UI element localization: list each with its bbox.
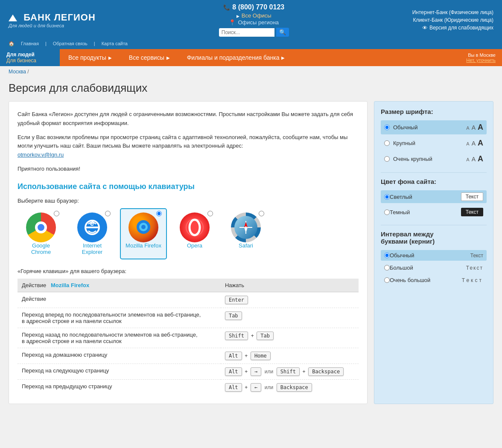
table-header-action: Действие Mozilla Firefox	[18, 279, 221, 292]
font-a-large2: A	[478, 139, 483, 148]
color-label-dark: Темный	[390, 209, 461, 215]
sidebar-divider-1	[381, 172, 487, 173]
header-right-links: Интернет-Банк (Физические лица) Клиент-Б…	[412, 9, 493, 31]
key-alt2: Alt	[225, 367, 242, 376]
all-offices-link[interactable]: Все Офисы	[242, 12, 271, 19]
browser-opera[interactable]: Opera	[171, 208, 218, 259]
nav-for-people[interactable]: Для людей	[6, 52, 53, 58]
main-wrapper: Версия для слабовидящих Сайт Банка «Леги…	[0, 77, 502, 413]
font-preview-large: A A A	[466, 139, 483, 148]
kerning-radio-large[interactable]	[384, 265, 390, 271]
intro-text-1: Сайт Банка «Легион» доступен для людей с…	[18, 110, 359, 128]
content-sidebar: Размер шрифта: Обычный A A A Крупный A	[374, 101, 493, 404]
font-a-small2: A	[466, 141, 469, 146]
font-radio-normal[interactable]	[384, 125, 390, 130]
key-enter: Enter	[225, 296, 248, 304]
color-option-dark[interactable]: Темный Текст	[381, 206, 487, 218]
search-input[interactable]	[219, 28, 274, 37]
browser-firefox[interactable]: Mozilla Firefox	[120, 208, 167, 259]
kerning-option-normal[interactable]: Обычный Текст	[381, 250, 487, 261]
plus-sign: +	[251, 333, 254, 339]
header-contact: 8 (800) 770 0123 Все Офисы Офисы региона…	[219, 3, 289, 37]
bgcolor-radio-dark[interactable]	[384, 209, 390, 215]
action-cell: Переход на предыдущую страницу	[18, 379, 221, 395]
phone-icon	[223, 4, 230, 11]
breadcrumb-moscow[interactable]: Москва	[9, 69, 26, 75]
font-option-xlarge[interactable]: Очень крупный A A A	[381, 152, 487, 166]
kerning-option-xlarge[interactable]: Очень большой Текст	[381, 275, 487, 285]
breadcrumb: Москва /	[0, 66, 502, 77]
arrow-icon	[236, 12, 239, 19]
city-label: Вы в Москве	[468, 52, 496, 58]
browser-chrome-radio[interactable]	[54, 211, 59, 216]
header: БАНК ЛЕГИОН Для людей и для бизнеса 8 (8…	[0, 0, 502, 40]
browser-ie[interactable]: e InternetExplorer	[69, 208, 116, 259]
font-a-small: A	[466, 125, 469, 131]
font-option-large[interactable]: Крупный A A A	[381, 136, 487, 150]
safari-inner	[234, 216, 257, 239]
greeting-text: Приятного пользования!	[18, 165, 359, 174]
table-row: Переход на домашнюю страницу Alt + Home	[18, 348, 359, 364]
logo-title: БАНК ЛЕГИОН	[9, 12, 96, 23]
key-tab2: Tab	[257, 332, 274, 340]
logo-triangle-icon	[9, 15, 17, 21]
browser-opera-radio[interactable]	[207, 211, 213, 216]
key-shift: Shift	[225, 332, 248, 340]
visually-impaired-link[interactable]: Версия для слабовидящих	[422, 25, 493, 31]
bgcolor-radio-light[interactable]	[384, 194, 390, 200]
font-a-small3: A	[466, 157, 469, 162]
browser-safari-radio[interactable]	[259, 211, 264, 216]
font-label-large: Крупный	[393, 140, 466, 146]
offices-region[interactable]: Офисы региона	[238, 19, 279, 26]
kerning-radio-xlarge[interactable]	[384, 277, 390, 283]
browser-select-label: Выберите ваш браузер:	[18, 198, 359, 204]
firefox-label: Mozilla Firefox	[125, 242, 161, 249]
keys-cell: Alt + Home	[221, 348, 359, 364]
nav-home[interactable]: Главная	[21, 41, 39, 47]
font-option-normal[interactable]: Обычный A A A	[381, 120, 487, 134]
key-arrow-right: →	[251, 367, 261, 376]
nav-right-city: Вы в Москве Нет, уточнить	[460, 49, 502, 66]
font-label-normal: Обычный	[393, 124, 466, 131]
browser-ie-radio[interactable]	[105, 211, 111, 216]
nav-sitemap[interactable]: Карта сайта	[102, 41, 128, 47]
font-a-med: A	[472, 124, 476, 131]
safari-inner-svg	[238, 219, 254, 236]
font-radio-xlarge[interactable]	[384, 156, 390, 162]
key-backspace: Backspace	[308, 367, 344, 376]
nav-feedback[interactable]: Обратная связь	[53, 41, 88, 47]
search-button[interactable]: 🔍	[276, 28, 289, 37]
keys-cell: Enter	[221, 292, 359, 308]
email-link[interactable]: otmorkov.v@lgn.ru	[18, 151, 64, 158]
city-change-link[interactable]: Нет, уточнить	[466, 58, 496, 63]
browser-chrome[interactable]: GoogleChrome	[18, 208, 64, 259]
nav-for-business[interactable]: Для бизнеса	[6, 58, 53, 64]
nav-items: Все продукты ▶ Все сервисы ▶ Филиалы и п…	[60, 49, 460, 66]
kerning-radio-normal[interactable]	[384, 253, 390, 258]
font-label-xlarge: Очень крупный	[393, 156, 466, 162]
hotkeys-label: «Горячие клавиши» для вашего браузера:	[18, 268, 359, 274]
font-a-med2: A	[472, 140, 476, 147]
text-badge-dark: Текст	[461, 208, 483, 216]
color-option-light[interactable]: Светлый Текст	[381, 190, 487, 203]
client-bank-link[interactable]: Клиент-Банк (Юридические лица)	[413, 17, 493, 23]
internet-bank-link[interactable]: Интернет-Банк (Физические лица)	[412, 9, 493, 15]
font-radio-large[interactable]	[384, 140, 390, 146]
or-label: или	[265, 369, 273, 375]
nav-all-products[interactable]: Все продукты ▶	[60, 49, 120, 66]
nav-all-services[interactable]: Все сервисы ▶	[120, 49, 178, 66]
firefox-icon	[128, 212, 158, 242]
kerning-text-normal: Текст	[470, 253, 483, 259]
nav-branches[interactable]: Филиалы и подразделения банка ▶	[178, 49, 294, 66]
key-backspace2: Backspace	[277, 383, 312, 392]
kerning-option-large[interactable]: Большой Текст	[381, 262, 487, 273]
svg-point-5	[141, 225, 146, 229]
browser-firefox-radio[interactable]	[156, 211, 162, 216]
phone-number: 8 (800) 770 0123	[232, 3, 284, 11]
plus-sign: +	[245, 353, 248, 359]
chrome-icon	[26, 212, 56, 242]
navbar: Для людей Для бизнеса Все продукты ▶ Все…	[0, 49, 502, 66]
kerning-options: Обычный Текст Большой Текст Очень большо…	[381, 250, 487, 285]
browser-safari[interactable]: Safari	[222, 208, 269, 259]
home-icon: 🏠	[9, 41, 15, 47]
